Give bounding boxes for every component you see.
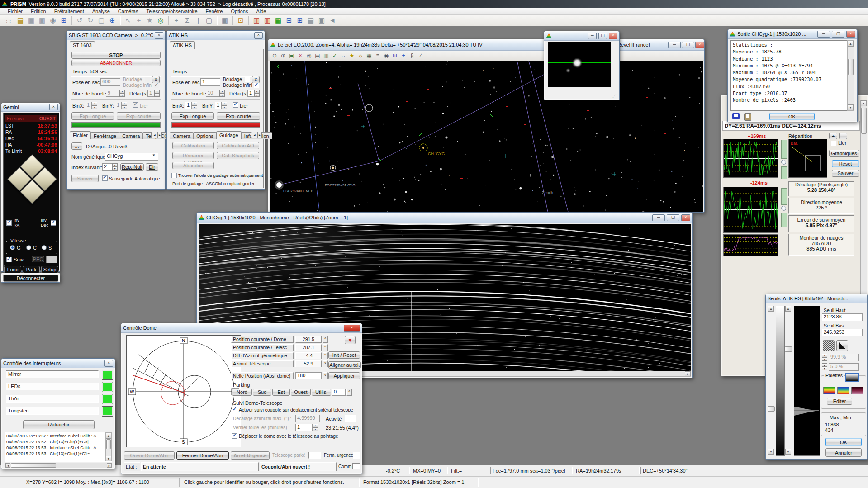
exp-courte-button[interactable]: Exp. courte	[117, 112, 161, 120]
graphiques-button[interactable]: Graphiques	[829, 150, 859, 157]
image-icon[interactable]: ▣	[288, 52, 295, 59]
park-nord-button[interactable]: Nord	[232, 389, 252, 396]
speed-s-radio[interactable]	[42, 245, 47, 250]
switch-name-field[interactable]: Mirror	[6, 370, 99, 378]
histogram-red-icon[interactable]: ▥	[251, 15, 261, 25]
sun-icon[interactable]: ☼	[357, 52, 364, 59]
pan-icon[interactable]: +	[134, 15, 144, 25]
dome-compass[interactable]: N S W E	[126, 335, 241, 447]
switch-name-field[interactable]: LEDs	[6, 383, 99, 390]
tabs-left-icon[interactable]: ◂	[251, 132, 258, 138]
sauver-button[interactable]: Sauver	[71, 175, 99, 182]
inv-dec-checkbox[interactable]	[51, 220, 56, 226]
calibration-ao-button[interactable]: Calibration AO	[217, 142, 259, 149]
switch-log-list[interactable]: 04/08/2015 22:16:52 : Interface eShel Ca…	[5, 432, 112, 462]
lier-checkbox[interactable]	[133, 102, 138, 108]
park-button[interactable]: Park	[23, 266, 40, 273]
ok-button[interactable]: OK	[769, 113, 815, 120]
palette-rainbow1-swatch[interactable]	[823, 387, 835, 394]
redo-icon[interactable]: ↻	[85, 15, 95, 25]
annuler-button[interactable]: Annuler	[825, 448, 862, 457]
exp-courte-button[interactable]: Exp. courte	[217, 112, 260, 120]
tab-fen-trage[interactable]: Fenêtrage	[90, 132, 119, 139]
tabs-left-icon[interactable]: ◂	[151, 132, 158, 138]
minimize-icon[interactable]: ─	[588, 33, 597, 39]
setup-button[interactable]: Setup	[41, 266, 58, 273]
tab-camera[interactable]: Camera	[170, 132, 194, 139]
palette-rainbow2-swatch[interactable]	[837, 387, 849, 394]
maximize-icon[interactable]: ▢	[598, 33, 607, 39]
park-sud-button[interactable]: Sud	[253, 389, 271, 396]
maximize-icon[interactable]: ▢	[832, 31, 844, 38]
suivi-checkbox[interactable]	[6, 257, 12, 262]
init-reset-button[interactable]: Init / Reset	[328, 351, 360, 359]
cascade-icon[interactable]: ⊡	[236, 15, 246, 25]
ok-button[interactable]: OK	[825, 438, 862, 446]
sky-chart-canvas[interactable]: CH_CYGBSC7735=31 CYGBSC7924=DENEBZenith	[270, 61, 703, 212]
close-icon[interactable]: ×	[846, 31, 855, 38]
menu-fentre[interactable]: Fenêtre	[202, 9, 227, 14]
park-ouest-button[interactable]: Ouest	[291, 389, 311, 396]
verifier-input[interactable]: 1	[295, 424, 313, 431]
boucles-input[interactable]: 10	[206, 90, 219, 97]
crosshair-icon[interactable]: +	[171, 15, 181, 25]
tabs-right-icon[interactable]: ▸	[157, 132, 162, 138]
appliquer-button[interactable]: Appliquer	[328, 372, 360, 379]
pose-input[interactable]: 1	[200, 78, 220, 86]
cal-sharplock-button[interactable]: Cal. Sharplock	[217, 152, 259, 159]
zoom-minus-button[interactable]: -	[839, 133, 847, 139]
palette-heat-swatch[interactable]	[851, 387, 863, 394]
minimize-icon[interactable]: ─	[668, 42, 681, 48]
globe-icon[interactable]: ◎	[156, 15, 166, 25]
chcyg-titlebar[interactable]: CHCyg-1 | 1530x1020 - Monochrome - Réels…	[197, 213, 692, 223]
binx-input[interactable]: 1	[185, 102, 192, 109]
exp-longue-button[interactable]: Exp Longue	[171, 112, 214, 120]
tab-fichier[interactable]: Fichier	[70, 131, 91, 139]
percent-low-input[interactable]: 5.0 %	[829, 363, 859, 371]
demarrer-guidage-button[interactable]: Démarrer Guidage	[172, 152, 214, 159]
menu-edition[interactable]: Edition	[27, 9, 50, 14]
binx-input[interactable]: 1	[85, 102, 92, 109]
minimize-icon[interactable]: ─	[652, 214, 665, 221]
nelle-input[interactable]: 180	[295, 372, 322, 379]
guide-dec-radio[interactable]	[781, 206, 786, 211]
abandon-button[interactable]: Abandon	[172, 162, 214, 169]
pec-button[interactable]: PEC	[32, 256, 44, 262]
app-titlebar[interactable]: PRiSM Version 9.0.3 build 2717 27/07/201…	[0, 0, 868, 8]
pencil-icon[interactable]: ∕	[417, 52, 424, 59]
zoom-out-icon[interactable]: ⊖	[271, 52, 278, 59]
menu-telescopeobservatoire[interactable]: Telescope/observatoire	[142, 9, 201, 14]
palettes-label[interactable]: Palettes	[824, 373, 844, 378]
aligner-button[interactable]: Aligner au tel.	[328, 361, 361, 369]
bouclage-checkbox[interactable]	[245, 77, 250, 82]
target-icon[interactable]: ◉	[383, 52, 390, 59]
sauver-button[interactable]: Sauver	[832, 170, 859, 177]
selection-icon[interactable]: ▢	[204, 15, 214, 25]
maximize-icon[interactable]: ▢	[682, 42, 694, 48]
calibration-button[interactable]: Calibration	[172, 142, 214, 149]
menu-options[interactable]: Options	[227, 9, 252, 14]
switch-name-field[interactable]: ThAr	[6, 395, 99, 403]
abandon-button[interactable]: ABANDONNER	[71, 60, 161, 66]
switch-leds-indicator-button[interactable]	[102, 382, 113, 392]
import-icon[interactable]: ⊕	[107, 15, 117, 25]
exp-longue-button[interactable]: Exp Longue	[71, 112, 114, 120]
park-utilis-button[interactable]: Utilis.	[312, 389, 331, 396]
reset-button[interactable]: Reset	[832, 160, 859, 167]
bouclage-checkbox[interactable]	[145, 77, 150, 82]
percent-high-input[interactable]: 99.9 %	[829, 354, 859, 361]
sortie-titlebar[interactable]: Sortie CHCyg-1 | 1530x1020 ... ─ ▢ ×	[728, 29, 857, 39]
star-icon[interactable]: ★	[348, 52, 356, 59]
sigma-icon[interactable]: Σ	[182, 15, 192, 25]
tabs-right-icon[interactable]: ▸	[257, 132, 262, 138]
resize-grip[interactable]: ⋰	[612, 94, 617, 98]
func-button[interactable]: Func	[4, 266, 21, 273]
table-icon[interactable]: ▤	[306, 15, 316, 25]
delai-input[interactable]: 1	[147, 90, 154, 97]
menu-analyse[interactable]: Analyse	[88, 9, 114, 14]
high-threshold-slider[interactable]	[785, 346, 792, 352]
seuil-bas-label[interactable]: Seuil Bas	[824, 323, 844, 328]
download-position-icon[interactable]: ▼	[345, 336, 356, 344]
seuil-haut-label[interactable]: Seuil Haut	[824, 308, 845, 313]
arret-urgence-button[interactable]: Arret Urgence	[231, 451, 270, 460]
